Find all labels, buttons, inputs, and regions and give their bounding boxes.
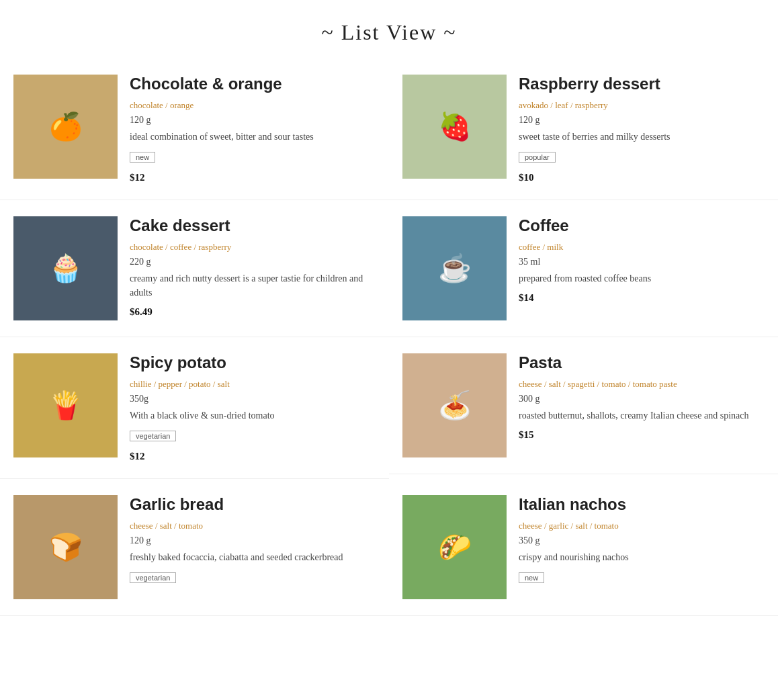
- item-name: Italian nachos: [519, 495, 759, 514]
- item-name: Coffee: [519, 216, 759, 235]
- item-tags: cheese / salt / tomato: [130, 521, 370, 531]
- item-amount: 35 ml: [519, 257, 759, 267]
- item-details-spicy-potato: Spicy potato chillie / pepper / potato /…: [130, 353, 370, 462]
- item-price: $12: [130, 172, 370, 183]
- menu-item-left-6: 🍞 Garlic bread cheese / salt / tomato 12…: [0, 479, 389, 616]
- item-description: prepared from roasted coffee beans: [519, 271, 759, 286]
- item-tags: cheese / garlic / salt / tomato: [519, 521, 759, 531]
- item-description: sweet taste of berries and milky dessert…: [519, 130, 759, 144]
- item-image-italian-nachos: 🌮: [402, 495, 507, 599]
- item-image-coffee: ☕: [402, 216, 507, 320]
- menu-item-left-0: 🍊 Chocolate & orange chocolate / orange …: [0, 58, 389, 200]
- item-image-garlic-bread: 🍞: [13, 495, 118, 599]
- menu-item-left-4: 🍟 Spicy potato chillie / pepper / potato…: [0, 337, 389, 479]
- item-image-spicy-potato: 🍟: [13, 353, 118, 457]
- menu-item-garlic-bread: 🍞 Garlic bread cheese / salt / tomato 12…: [0, 479, 389, 616]
- item-tags: coffee / milk: [519, 242, 759, 253]
- page-title: ~ List View ~: [0, 0, 778, 58]
- item-description: freshly baked focaccia, ciabatta and see…: [130, 550, 370, 564]
- item-amount: 120 g: [130, 535, 370, 546]
- item-amount: 220 g: [130, 257, 370, 267]
- item-details-italian-nachos: Italian nachos cheese / garlic / salt / …: [519, 495, 759, 599]
- item-image-cake-dessert: 🧁: [13, 216, 118, 320]
- item-details-pasta: Pasta cheese / salt / spagetti / tomato …: [519, 353, 759, 457]
- menu-item-pasta: 🍝 Pasta cheese / salt / spagetti / tomat…: [389, 337, 778, 474]
- item-name: Pasta: [519, 353, 759, 372]
- item-price: $6.49: [130, 306, 370, 318]
- menu-item-left-2: 🧁 Cake dessert chocolate / coffee / rasp…: [0, 200, 389, 337]
- item-badge: new: [130, 152, 155, 163]
- item-amount: 350g: [130, 394, 370, 404]
- item-details-coffee: Coffee coffee / milk 35 ml prepared from…: [519, 216, 759, 320]
- item-name: Spicy potato: [130, 353, 370, 372]
- item-tags: chillie / pepper / potato / salt: [130, 379, 370, 390]
- menu-grid: 🍊 Chocolate & orange chocolate / orange …: [0, 58, 778, 616]
- menu-item-right-6: 🌮 Italian nachos cheese / garlic / salt …: [389, 479, 778, 616]
- item-tags: cheese / salt / spagetti / tomato / toma…: [519, 379, 759, 390]
- item-amount: 120 g: [519, 115, 759, 126]
- item-price: $12: [130, 451, 370, 462]
- item-image-raspberry-dessert: 🍓: [402, 75, 507, 179]
- item-details-garlic-bread: Garlic bread cheese / salt / tomato 120 …: [130, 495, 370, 599]
- item-name: Garlic bread: [130, 495, 370, 514]
- item-tags: avokado / leaf / raspberry: [519, 100, 759, 111]
- item-description: creamy and rich nutty dessert is a super…: [130, 271, 370, 300]
- menu-item-italian-nachos: 🌮 Italian nachos cheese / garlic / salt …: [389, 479, 778, 616]
- item-badge: vegetarian: [130, 431, 176, 441]
- item-price: $10: [519, 172, 759, 183]
- item-badge: new: [519, 572, 544, 583]
- menu-item-spicy-potato: 🍟 Spicy potato chillie / pepper / potato…: [0, 337, 389, 479]
- menu-item-right-0: 🍓 Raspberry dessert avokado / leaf / ras…: [389, 58, 778, 200]
- item-image-pasta: 🍝: [402, 353, 507, 457]
- item-badge: popular: [519, 152, 556, 163]
- item-price: $15: [519, 429, 759, 441]
- item-description: With a black olive & sun-dried tomato: [130, 408, 370, 423]
- menu-item-raspberry-dessert: 🍓 Raspberry dessert avokado / leaf / ras…: [389, 58, 778, 200]
- item-tags: chocolate / coffee / raspberry: [130, 242, 370, 253]
- item-amount: 350 g: [519, 535, 759, 546]
- menu-item-coffee: ☕ Coffee coffee / milk 35 ml prepared fr…: [389, 200, 778, 337]
- item-name: Raspberry dessert: [519, 75, 759, 93]
- item-details-chocolate-orange: Chocolate & orange chocolate / orange 12…: [130, 75, 370, 183]
- menu-item-right-2: ☕ Coffee coffee / milk 35 ml prepared fr…: [389, 200, 778, 337]
- item-description: ideal combination of sweet, bitter and s…: [130, 130, 370, 144]
- item-amount: 300 g: [519, 394, 759, 404]
- item-badge: vegetarian: [130, 572, 176, 583]
- item-amount: 120 g: [130, 115, 370, 126]
- item-description: crispy and nourishing nachos: [519, 550, 759, 564]
- menu-item-right-4: 🍝 Pasta cheese / salt / spagetti / tomat…: [389, 337, 778, 479]
- item-name: Chocolate & orange: [130, 75, 370, 93]
- item-description: roasted butternut, shallots, creamy Ital…: [519, 408, 759, 423]
- item-image-chocolate-orange: 🍊: [13, 75, 118, 179]
- item-tags: chocolate / orange: [130, 100, 370, 111]
- item-name: Cake dessert: [130, 216, 370, 235]
- menu-item-chocolate-orange: 🍊 Chocolate & orange chocolate / orange …: [0, 58, 389, 200]
- item-details-cake-dessert: Cake dessert chocolate / coffee / raspbe…: [130, 216, 370, 320]
- item-price: $14: [519, 292, 759, 304]
- menu-item-cake-dessert: 🧁 Cake dessert chocolate / coffee / rasp…: [0, 200, 389, 337]
- item-details-raspberry-dessert: Raspberry dessert avokado / leaf / raspb…: [519, 75, 759, 183]
